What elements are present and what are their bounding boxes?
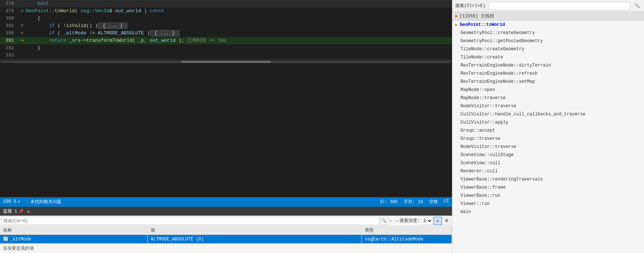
watch-close-button[interactable]: ✕	[27, 208, 30, 215]
code-line-381: 381 ⊞ if ( !isValid() ) { ... }	[0, 22, 452, 30]
callstack-item-nodevisitor-traverse-2[interactable]: NodeVisitor::traverse	[452, 143, 644, 151]
nav-arrows: ← →	[389, 218, 399, 224]
watch-toggle-btn1[interactable]: ≡	[434, 217, 442, 225]
callstack-item-rex-refresh[interactable]: RexTerrainEngineNode::refresh	[452, 70, 644, 78]
nav-back-button[interactable]: ←	[389, 218, 393, 224]
callstack-item-viewerbase-rendering[interactable]: ViewerBase::renderingTraversals	[452, 175, 644, 183]
code-line-391: 391 ⇒ return _srs->transformToWorld( _p,…	[0, 37, 452, 44]
zoom-level[interactable]: 100 % ▾	[3, 199, 20, 205]
callstack-list[interactable]: GeoPoint::toWorld GeometryPool::createGe…	[452, 21, 644, 253]
code-line-392: 392 }	[0, 44, 452, 52]
status-bar: 100 % ▾ ✓ 未找到相关问题 行: 386 字符: 18 空格 LF	[0, 197, 452, 206]
code-line-378: 378 bool	[0, 0, 452, 7]
search-depth-select[interactable]: 3 1 2 4 5	[421, 217, 433, 225]
callstack-item-mapnode-open[interactable]: MapNode::open	[452, 86, 644, 94]
watch-cell-value: ALTMODE_ABSOLUTE (0)	[148, 235, 362, 243]
callstack-item-rex-dirty[interactable]: RexTerrainEngineNode::dirtyTerrain	[452, 61, 644, 70]
callstack-item-main[interactable]: main	[452, 208, 644, 216]
callstack-item-sceneview-cull[interactable]: SceneView::cull	[452, 159, 644, 167]
callstack-item-group-traverse[interactable]: Group::traverse	[452, 135, 644, 143]
problem-status: ✓ 未找到相关问题	[26, 199, 61, 205]
watch-cell-type: osgEarth::AltitudeMode	[362, 235, 452, 243]
callstack-item-nodevisitor-traverse-1[interactable]: NodeVisitor::traverse	[452, 102, 644, 110]
callstack-item-rex-setmap[interactable]: RexTerrainEngineNode::setMap	[452, 78, 644, 86]
callstack-item-cullvisitor-apply[interactable]: CullVisitor::apply	[452, 118, 644, 127]
watch-toggle-btn2[interactable]: ⊞	[442, 217, 451, 225]
callstack-item-tilenode-create-geo[interactable]: TileNode::createGeometry	[452, 45, 644, 53]
code-line-379: 379 ⊟ GeoPoint::toWorld( osg::Vec3d& out…	[0, 7, 452, 15]
collapse-icon-381[interactable]: ⊞	[21, 22, 23, 30]
callstack-search-header: 搜索(Ctrl+E) 🔍	[452, 0, 644, 12]
col-name: 名称	[0, 227, 148, 233]
thread-icon: ▶	[455, 13, 458, 19]
watch-header: 监视 1 📌 ✕	[0, 207, 452, 216]
code-line-380: 380 {	[0, 15, 452, 22]
watch-panel: 监视 1 📌 ✕ 🔍 ← → 搜索深度: 3 1 2 4 5	[0, 206, 452, 253]
watch-add-item[interactable]: 添加要监视的项	[0, 244, 452, 253]
right-panel: 搜索(Ctrl+E) 🔍 ▶ [11556] 主线程 GeoPoint::toW…	[452, 0, 644, 253]
callstack-item-group-accept[interactable]: Group::accept	[452, 127, 644, 135]
callstack-search-button[interactable]: 🔍	[633, 2, 641, 10]
callstack-item-tilenode-create[interactable]: TileNode::create	[452, 53, 644, 61]
collapse-icon-379[interactable]: ⊟	[21, 7, 23, 15]
code-editor: 378 bool 379 ⊟ GeoPoint::toWorld( osg::V…	[0, 0, 452, 197]
collapse-icon-386[interactable]: ⊞	[21, 30, 23, 37]
status-right: 行: 386 字符: 18 空格 LF	[380, 199, 449, 205]
callstack-item-renderer-cull[interactable]: Renderer::cull	[452, 167, 644, 175]
col-type: 类型	[362, 227, 452, 233]
horizontal-scrollbar[interactable]	[0, 59, 452, 64]
callstack-item-cullvisitor-handle[interactable]: CullVisitor::handle_cull_callbacks_and_t…	[452, 110, 644, 118]
watch-search-input[interactable]	[1, 217, 379, 225]
thread-header: ▶ [11556] 主线程	[452, 12, 644, 21]
watch-cell-name: 🔄_altMode	[0, 235, 148, 243]
code-line-393: 393	[0, 52, 452, 59]
watch-column-header: 名称 值 类型	[0, 226, 452, 235]
watch-search-button[interactable]: 🔍	[380, 217, 388, 225]
col-value: 值	[148, 227, 362, 233]
callstack-item-viewerbase-frame[interactable]: ViewerBase::frame	[452, 183, 644, 192]
callstack-item-viewer-run[interactable]: Viewer::run	[452, 200, 644, 208]
callstack-item-geopoint-toworld[interactable]: GeoPoint::toWorld	[452, 21, 644, 29]
watch-toolbar: 🔍 ← → 搜索深度: 3 1 2 4 5 ≡ ⊞	[0, 216, 452, 226]
watch-pin-icon[interactable]: 📌	[18, 209, 24, 214]
watch-table: 名称 值 类型 🔄_altMode ALTMODE_ABSOLUTE (0) o…	[0, 226, 452, 253]
callstack-item-geometrypool-create[interactable]: GeometryPool::createGeometry	[452, 29, 644, 37]
callstack-item-viewerbase-run[interactable]: ViewerBase::run	[452, 192, 644, 200]
callstack-item-mapnode-traverse[interactable]: MapNode::traverse	[452, 94, 644, 102]
callstack-search-input[interactable]	[489, 2, 630, 10]
callstack-item-sceneview-cullstage[interactable]: SceneView::cullStage	[452, 151, 644, 159]
nav-forward-button[interactable]: →	[394, 218, 398, 224]
code-line-386: 386 ⊞ if ( _altMode != ALTMODE_ABSOLUTE …	[0, 30, 452, 37]
watch-row-altmode[interactable]: 🔄_altMode ALTMODE_ABSOLUTE (0) osgEarth:…	[0, 235, 452, 244]
callstack-item-geometrypool-get[interactable]: GeometryPool::getPooledGeometry	[452, 37, 644, 45]
